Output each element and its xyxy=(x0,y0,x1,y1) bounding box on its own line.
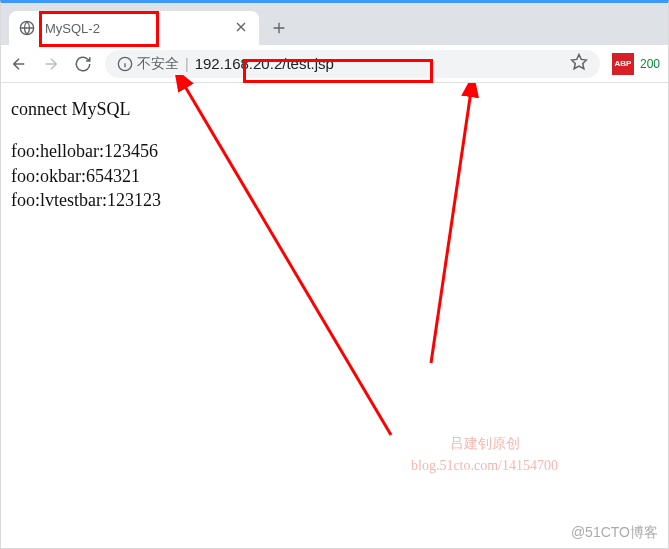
globe-icon xyxy=(19,20,35,36)
data-row: foo:hellobar:123456 xyxy=(11,139,658,163)
new-tab-button[interactable] xyxy=(265,14,293,42)
tab-title: MySQL-2 xyxy=(45,21,223,36)
watermark-author: 吕建钊原创 blog.51cto.com/14154700 xyxy=(411,433,558,478)
watermark-footer: @51CTO博客 xyxy=(571,524,658,542)
address-bar[interactable]: 不安全 | 192.168.20.2/test.jsp xyxy=(105,50,600,78)
svg-marker-2 xyxy=(571,55,586,69)
watermark-line1: 吕建钊原创 xyxy=(411,433,558,455)
abp-count: 200 xyxy=(640,57,660,71)
separator: | xyxy=(185,56,189,72)
data-rows: foo:hellobar:123456 foo:okbar:654321 foo… xyxy=(11,139,658,212)
data-row: foo:okbar:654321 xyxy=(11,164,658,188)
page-heading: connect MySQL xyxy=(11,97,658,121)
info-icon xyxy=(117,56,133,72)
page-content: connect MySQL foo:hellobar:123456 foo:ok… xyxy=(1,83,668,226)
tab-strip: MySQL-2 xyxy=(1,3,668,45)
extension-icons: ABP 200 xyxy=(612,53,660,75)
reload-button[interactable] xyxy=(73,54,93,74)
security-text: 不安全 xyxy=(137,55,179,73)
close-icon[interactable] xyxy=(233,19,249,38)
forward-button[interactable] xyxy=(41,54,61,74)
back-button[interactable] xyxy=(9,54,29,74)
watermark-line2: blog.51cto.com/14154700 xyxy=(411,455,558,477)
abp-extension-icon[interactable]: ABP xyxy=(612,53,634,75)
browser-toolbar: 不安全 | 192.168.20.2/test.jsp ABP 200 xyxy=(1,45,668,83)
bookmark-star-icon[interactable] xyxy=(570,53,588,74)
url-text: 192.168.20.2/test.jsp xyxy=(195,55,334,72)
data-row: foo:lvtestbar:123123 xyxy=(11,188,658,212)
browser-tab[interactable]: MySQL-2 xyxy=(9,11,259,45)
security-indicator[interactable]: 不安全 xyxy=(117,55,179,73)
